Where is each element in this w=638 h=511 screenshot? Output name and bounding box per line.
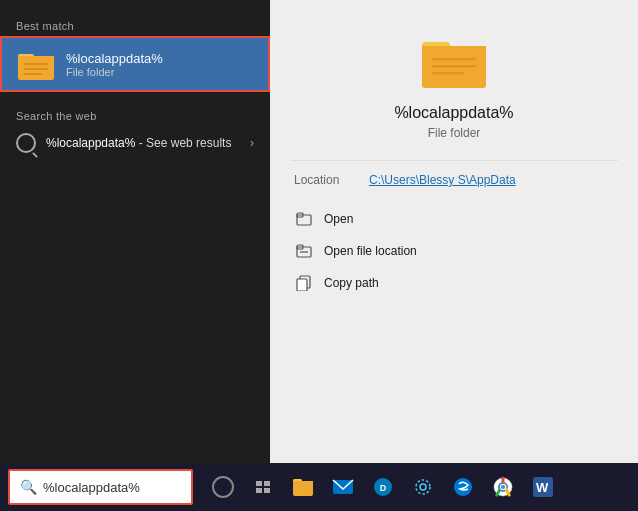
svg-rect-18 xyxy=(297,279,307,291)
right-title: %localappdata% xyxy=(394,104,513,122)
taskbar: 🔍 %localappdata% xyxy=(0,463,638,511)
open-label: Open xyxy=(324,212,353,226)
svg-point-25 xyxy=(420,484,426,490)
copy-path-label: Copy path xyxy=(324,276,379,290)
settings-icon xyxy=(412,476,434,498)
best-match-label: Best match xyxy=(0,12,270,36)
divider xyxy=(290,160,618,161)
best-match-title: %localappdata% xyxy=(66,51,163,66)
search-bar-text: %localappdata% xyxy=(43,480,140,495)
open-action[interactable]: Open xyxy=(290,203,618,235)
location-label: Location xyxy=(294,173,369,187)
word-icon: W xyxy=(532,476,554,498)
search-icon xyxy=(16,133,36,153)
dell-icon: D xyxy=(372,476,394,498)
svg-point-32 xyxy=(501,485,505,489)
file-explorer-button[interactable] xyxy=(285,469,321,505)
search-web-section: Search the web %localappdata% - See web … xyxy=(0,94,270,164)
svg-rect-21 xyxy=(293,481,313,486)
mail-button[interactable] xyxy=(325,469,361,505)
svg-text:W: W xyxy=(536,480,549,495)
right-subtitle: File folder xyxy=(428,126,481,140)
edge-icon xyxy=(452,476,474,498)
chrome-button[interactable] xyxy=(485,469,521,505)
task-view-icon xyxy=(256,481,270,493)
svg-rect-8 xyxy=(422,46,486,54)
svg-text:D: D xyxy=(380,483,387,493)
svg-point-26 xyxy=(416,480,430,494)
start-menu: Best match %localappdata% File folder Se… xyxy=(0,0,638,463)
left-panel: Best match %localappdata% File folder Se… xyxy=(0,0,270,463)
search-bar-icon: 🔍 xyxy=(20,479,37,495)
web-item-text: %localappdata% - See web results xyxy=(46,136,250,150)
svg-point-27 xyxy=(454,478,472,496)
chrome-icon xyxy=(492,476,514,498)
copy-path-action[interactable]: Copy path xyxy=(290,267,618,299)
folder-icon-large xyxy=(18,46,54,82)
open-file-location-icon xyxy=(294,241,314,261)
taskbar-icons: D xyxy=(205,469,561,505)
cortana-button[interactable] xyxy=(205,469,241,505)
open-file-location-action[interactable]: Open file location xyxy=(290,235,618,267)
settings-button[interactable] xyxy=(405,469,441,505)
file-explorer-icon xyxy=(292,476,314,498)
word-button[interactable]: W xyxy=(525,469,561,505)
chevron-icon: › xyxy=(250,136,254,150)
search-bar[interactable]: 🔍 %localappdata% xyxy=(8,469,193,505)
best-match-text: %localappdata% File folder xyxy=(66,51,163,78)
open-icon xyxy=(294,209,314,229)
mail-icon xyxy=(332,476,354,498)
svg-rect-2 xyxy=(18,56,54,60)
svg-rect-10 xyxy=(432,65,476,68)
right-panel: %localappdata% File folder Location C:\U… xyxy=(270,0,638,463)
location-value[interactable]: C:\Users\Blessy S\AppData xyxy=(369,173,516,187)
edge-button[interactable] xyxy=(445,469,481,505)
search-web-label: Search the web xyxy=(0,102,270,126)
best-match-subtitle: File folder xyxy=(66,66,163,78)
location-row: Location C:\Users\Blessy S\AppData xyxy=(290,173,618,187)
svg-rect-9 xyxy=(432,58,476,61)
svg-rect-11 xyxy=(432,72,464,75)
dell-button[interactable]: D xyxy=(365,469,401,505)
right-folder-icon xyxy=(422,30,486,94)
best-match-item[interactable]: %localappdata% File folder xyxy=(0,36,270,92)
cortana-icon xyxy=(212,476,234,498)
task-view-button[interactable] xyxy=(245,469,281,505)
web-search-item[interactable]: %localappdata% - See web results › xyxy=(0,126,270,160)
open-file-location-label: Open file location xyxy=(324,244,417,258)
copy-path-icon xyxy=(294,273,314,293)
